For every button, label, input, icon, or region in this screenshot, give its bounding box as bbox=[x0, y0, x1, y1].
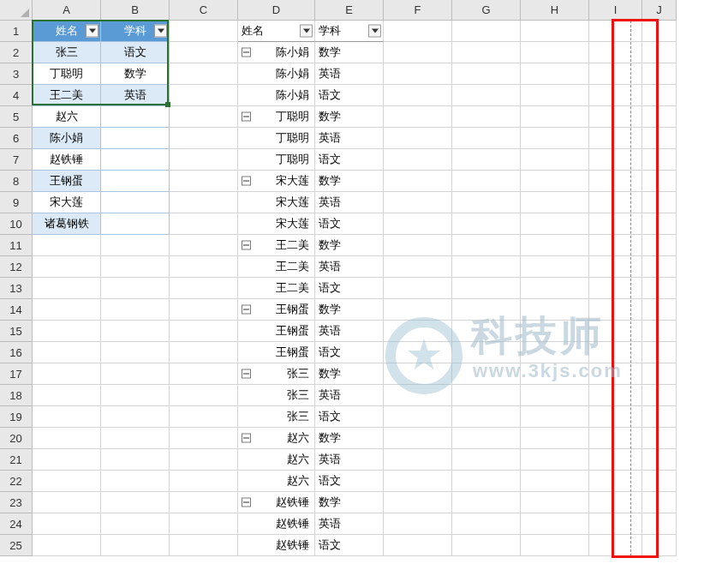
collapse-icon[interactable] bbox=[242, 177, 251, 186]
cell-B7[interactable] bbox=[101, 149, 170, 171]
cell-G12[interactable] bbox=[452, 256, 521, 278]
cell-E8[interactable]: 数学 bbox=[315, 171, 384, 192]
cell-A2[interactable]: 张三 bbox=[33, 42, 101, 63]
row-header-7[interactable]: 7 bbox=[0, 149, 33, 171]
filter-button[interactable] bbox=[86, 25, 98, 38]
cell-D17[interactable]: 张三 bbox=[238, 363, 315, 385]
cell-D15[interactable]: 王钢蛋 bbox=[238, 321, 315, 342]
cell-G25[interactable] bbox=[452, 535, 521, 556]
filter-button[interactable] bbox=[154, 25, 167, 38]
cell-H15[interactable] bbox=[521, 321, 589, 342]
cell-E18[interactable]: 英语 bbox=[315, 385, 384, 406]
cell-J7[interactable] bbox=[642, 149, 677, 171]
cell-I8[interactable] bbox=[589, 171, 642, 192]
cell-D11[interactable]: 王二美 bbox=[238, 235, 315, 256]
cell-B20[interactable] bbox=[101, 428, 170, 449]
cell-F20[interactable] bbox=[384, 428, 452, 449]
column-header-F[interactable]: F bbox=[384, 0, 452, 21]
row-header-16[interactable]: 16 bbox=[0, 342, 33, 363]
cell-C5[interactable] bbox=[170, 106, 238, 128]
row-header-1[interactable]: 1 bbox=[0, 21, 33, 42]
cell-A24[interactable] bbox=[33, 513, 101, 535]
cell-F21[interactable] bbox=[384, 449, 452, 471]
cell-J15[interactable] bbox=[642, 321, 677, 342]
cell-C9[interactable] bbox=[170, 192, 238, 213]
row-header-25[interactable]: 25 bbox=[0, 535, 33, 556]
cell-grid[interactable]: 姓名学科姓名学科张三语文陈小娟数学丁聪明数学陈小娟英语王二美英语陈小娟语文赵六丁… bbox=[33, 21, 677, 556]
cell-B6[interactable] bbox=[101, 128, 170, 149]
cell-G16[interactable] bbox=[452, 342, 521, 363]
cell-D2[interactable]: 陈小娟 bbox=[238, 42, 315, 63]
select-all-corner[interactable] bbox=[0, 0, 33, 21]
cell-C20[interactable] bbox=[170, 428, 238, 449]
cell-D6[interactable]: 丁聪明 bbox=[238, 128, 315, 149]
cell-A18[interactable] bbox=[33, 385, 101, 406]
cell-B8[interactable] bbox=[101, 171, 170, 192]
cell-D8[interactable]: 宋大莲 bbox=[238, 171, 315, 192]
cell-G14[interactable] bbox=[452, 299, 521, 321]
cell-C11[interactable] bbox=[170, 235, 238, 256]
cell-G5[interactable] bbox=[452, 106, 521, 128]
cell-H19[interactable] bbox=[521, 406, 589, 428]
cell-E14[interactable]: 数学 bbox=[315, 299, 384, 321]
cell-C17[interactable] bbox=[170, 363, 238, 385]
cell-H21[interactable] bbox=[521, 449, 589, 471]
cell-H23[interactable] bbox=[521, 492, 589, 513]
cell-E16[interactable]: 语文 bbox=[315, 342, 384, 363]
cell-J17[interactable] bbox=[642, 363, 677, 385]
cell-E1[interactable]: 学科 bbox=[315, 21, 384, 42]
cell-G21[interactable] bbox=[452, 449, 521, 471]
cell-J10[interactable] bbox=[642, 213, 677, 235]
cell-H5[interactable] bbox=[521, 106, 589, 128]
cell-A10[interactable]: 诸葛钢铁 bbox=[33, 213, 101, 235]
cell-D1[interactable]: 姓名 bbox=[238, 21, 315, 42]
cell-A8[interactable]: 王钢蛋 bbox=[33, 171, 101, 192]
cell-B3[interactable]: 数学 bbox=[101, 63, 170, 85]
row-header-21[interactable]: 21 bbox=[0, 449, 33, 471]
cell-J19[interactable] bbox=[642, 406, 677, 428]
cell-J4[interactable] bbox=[642, 85, 677, 106]
cell-F5[interactable] bbox=[384, 106, 452, 128]
cell-A9[interactable]: 宋大莲 bbox=[33, 192, 101, 213]
cell-A22[interactable] bbox=[33, 471, 101, 492]
cell-H8[interactable] bbox=[521, 171, 589, 192]
cell-F11[interactable] bbox=[384, 235, 452, 256]
row-header-20[interactable]: 20 bbox=[0, 428, 33, 449]
cell-G6[interactable] bbox=[452, 128, 521, 149]
cell-J8[interactable] bbox=[642, 171, 677, 192]
row-header-9[interactable]: 9 bbox=[0, 192, 33, 213]
cell-I11[interactable] bbox=[589, 235, 642, 256]
cell-I10[interactable] bbox=[589, 213, 642, 235]
cell-I6[interactable] bbox=[589, 128, 642, 149]
cell-B15[interactable] bbox=[101, 321, 170, 342]
cell-B21[interactable] bbox=[101, 449, 170, 471]
row-header-10[interactable]: 10 bbox=[0, 213, 33, 235]
cell-H7[interactable] bbox=[521, 149, 589, 171]
cell-J12[interactable] bbox=[642, 256, 677, 278]
cell-D22[interactable]: 赵六 bbox=[238, 471, 315, 492]
cell-B22[interactable] bbox=[101, 471, 170, 492]
cell-J2[interactable] bbox=[642, 42, 677, 63]
cell-I20[interactable] bbox=[589, 428, 642, 449]
cell-J14[interactable] bbox=[642, 299, 677, 321]
cell-G8[interactable] bbox=[452, 171, 521, 192]
cell-F23[interactable] bbox=[384, 492, 452, 513]
cell-H9[interactable] bbox=[521, 192, 589, 213]
cell-H24[interactable] bbox=[521, 513, 589, 535]
cell-D18[interactable]: 张三 bbox=[238, 385, 315, 406]
cell-I25[interactable] bbox=[589, 535, 642, 556]
cell-I16[interactable] bbox=[589, 342, 642, 363]
row-header-6[interactable]: 6 bbox=[0, 128, 33, 149]
cell-F24[interactable] bbox=[384, 513, 452, 535]
cell-C12[interactable] bbox=[170, 256, 238, 278]
cell-I1[interactable] bbox=[589, 21, 642, 42]
cell-F4[interactable] bbox=[384, 85, 452, 106]
cell-C3[interactable] bbox=[170, 63, 238, 85]
cell-D3[interactable]: 陈小娟 bbox=[238, 63, 315, 85]
cell-C21[interactable] bbox=[170, 449, 238, 471]
cell-B10[interactable] bbox=[101, 213, 170, 235]
cell-B12[interactable] bbox=[101, 256, 170, 278]
cell-B18[interactable] bbox=[101, 385, 170, 406]
cell-F1[interactable] bbox=[384, 21, 452, 42]
cell-B25[interactable] bbox=[101, 535, 170, 556]
